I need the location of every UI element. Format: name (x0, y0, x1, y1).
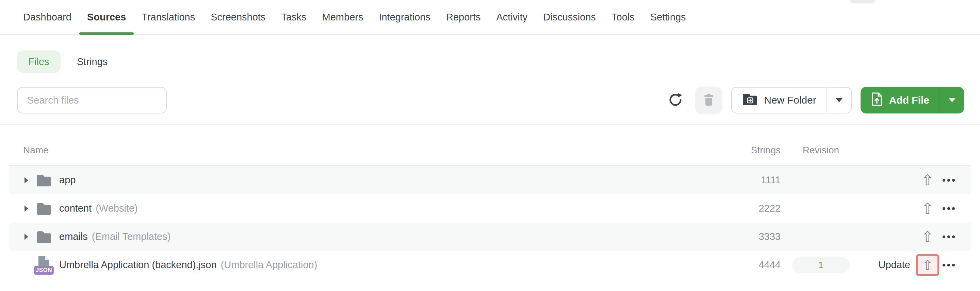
more-actions-button[interactable] (939, 251, 959, 279)
new-folder-label: New Folder (764, 94, 816, 106)
upload-cell: ⇧ (916, 222, 939, 251)
ellipsis-icon (943, 264, 945, 267)
nav-item-activity[interactable]: Activity (488, 0, 536, 34)
file-name-link[interactable]: Umbrella Application (backend).json (59, 259, 217, 270)
strings-count: 1111 (714, 166, 781, 194)
folder-name-link[interactable]: content (59, 203, 92, 214)
caret-right-icon (24, 234, 28, 240)
upload-icon[interactable]: ⇧ (921, 201, 934, 216)
caret-right-icon (24, 205, 28, 212)
folder-icon (35, 173, 52, 187)
name-cell: emails (Email Templates) (8, 222, 170, 251)
toggle-strings[interactable]: Strings (67, 50, 118, 73)
file-note: (Umbrella Application) (221, 259, 318, 270)
json-file-icon: JSON (35, 256, 52, 275)
cutoff-element (850, 0, 875, 3)
column-header-strings: Strings (714, 145, 781, 156)
upload-cell: ⇧ (916, 194, 939, 222)
nav-item-integrations[interactable]: Integrations (371, 0, 438, 34)
ellipsis-icon (943, 235, 945, 238)
project-nav: Dashboard Sources Translations Screensho… (0, 0, 980, 35)
upload-icon[interactable]: ⇧ (922, 258, 933, 272)
nav-item-dashboard[interactable]: Dashboard (15, 0, 79, 34)
more-actions-button[interactable] (939, 166, 959, 194)
upload-icon[interactable]: ⇧ (921, 229, 934, 244)
ellipsis-icon (943, 179, 945, 182)
more-actions-button[interactable] (939, 222, 959, 251)
nav-item-tools[interactable]: Tools (604, 0, 643, 34)
revision-cell: 1 (792, 251, 850, 279)
new-folder-split-button: New Folder (731, 87, 851, 114)
nav-item-settings[interactable]: Settings (643, 0, 694, 34)
chevron-down-icon (836, 98, 843, 102)
folder-icon (35, 202, 52, 215)
nav-item-reports[interactable]: Reports (438, 0, 488, 34)
chevron-down-icon (949, 98, 956, 102)
json-file-badge: JSON (34, 266, 54, 274)
delete-button[interactable] (695, 86, 722, 114)
folder-icon (35, 230, 52, 244)
revision-badge: 1 (792, 257, 850, 273)
strings-count: 4444 (714, 251, 781, 279)
folder-name-link[interactable]: emails (59, 231, 88, 242)
upload-cell: ⇧ (916, 166, 939, 194)
upload-icon[interactable]: ⇧ (921, 173, 934, 188)
nav-item-members[interactable]: Members (314, 0, 371, 34)
table-row-app[interactable]: app 1111 ⇧ (8, 166, 972, 194)
ellipsis-icon (943, 207, 945, 210)
nav-item-sources[interactable]: Sources (79, 0, 134, 34)
more-actions-button[interactable] (939, 194, 959, 222)
strings-count: 3333 (714, 222, 781, 251)
refresh-icon (668, 92, 683, 109)
file-upload-icon (871, 92, 883, 109)
nav-item-screenshots[interactable]: Screenshots (203, 0, 273, 34)
nav-item-translations[interactable]: Translations (134, 0, 203, 34)
trash-icon (704, 94, 714, 107)
new-folder-dropdown-button[interactable] (827, 88, 851, 113)
add-file-label: Add File (889, 94, 929, 106)
folder-plus-icon (742, 92, 758, 108)
table-row-content[interactable]: content (Website) 2222 ⇧ (8, 194, 972, 222)
table-row-umbrella-json[interactable]: JSON Umbrella Application (backend).json… (8, 251, 972, 279)
table-row-emails[interactable]: emails (Email Templates) 3333 ⇧ (8, 222, 972, 251)
upload-highlight-box: ⇧ (916, 254, 939, 276)
folder-note: (Email Templates) (92, 231, 171, 242)
folder-note: (Website) (95, 203, 138, 214)
update-link[interactable]: Update (850, 251, 910, 279)
upload-cell: ⇧ (916, 251, 939, 279)
nav-item-tasks[interactable]: Tasks (273, 0, 314, 34)
column-header-name: Name (23, 145, 49, 156)
search-input[interactable] (17, 87, 167, 114)
source-view-toggle: Files Strings (17, 50, 980, 73)
expand-folder-button[interactable] (24, 205, 32, 212)
expand-folder-button[interactable] (24, 177, 32, 183)
expand-folder-button[interactable] (24, 234, 32, 240)
files-table-header: Name Strings Revision (0, 125, 980, 165)
refresh-button[interactable] (665, 88, 686, 112)
name-cell: content (Website) (8, 194, 138, 222)
add-file-dropdown-button[interactable] (940, 87, 964, 114)
nav-item-discussions[interactable]: Discussions (535, 0, 604, 34)
new-folder-button[interactable]: New Folder (732, 88, 826, 113)
files-table: app 1111 ⇧ content (Website) 2222 ⇧ (8, 165, 972, 279)
folder-name-link[interactable]: app (59, 174, 76, 186)
files-toolbar: New Folder Add File (0, 86, 980, 114)
name-cell: app (8, 166, 76, 194)
toggle-files[interactable]: Files (17, 50, 60, 73)
strings-count: 2222 (714, 194, 781, 222)
add-file-split-button: Add File (861, 87, 964, 114)
caret-right-icon (24, 177, 28, 183)
column-header-revision: Revision (792, 145, 850, 156)
name-cell: JSON Umbrella Application (backend).json… (8, 251, 317, 279)
add-file-button[interactable]: Add File (861, 87, 940, 114)
